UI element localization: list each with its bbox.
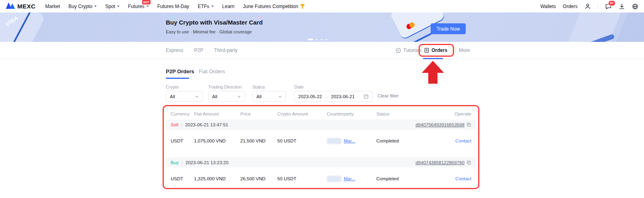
- top-navbar: MEXC Market Buy Crypto Spot Futures HOT …: [0, 0, 644, 12]
- red-annotation-arrow: [422, 61, 444, 84]
- page: MEXC Market Buy Crypto Spot Futures HOT …: [0, 0, 644, 198]
- nav-item-futures[interactable]: Futures HOT: [128, 4, 149, 9]
- order-meta-bar: Buy | 2023-06-21 13:23:20 d9407438581228…: [166, 157, 476, 167]
- tab-more[interactable]: More: [459, 42, 470, 59]
- carousel-dots[interactable]: [308, 39, 328, 40]
- order-row: USDT 1,075,000 VND 21,500 VND 50 USDT Ma…: [166, 130, 476, 152]
- crypto-filter-label: Crypto: [166, 85, 179, 89]
- tab-tutorials[interactable]: Tutorials: [395, 42, 422, 59]
- status-filter-label: Status: [252, 85, 265, 89]
- copy-icon[interactable]: [466, 160, 471, 165]
- user-icon: [584, 3, 591, 10]
- cell-crypto-amount: 50 USDT: [277, 138, 327, 143]
- date-range-picker[interactable]: 2023-05-22 – 2023-06-21: [294, 91, 373, 102]
- nav-item-spot[interactable]: Spot: [105, 4, 120, 9]
- nav-item-june-futures-competition[interactable]: June Futures Competition: [243, 4, 305, 9]
- promo-banner: VISA Buy Crypto with Visa/Master Card Ea…: [0, 12, 644, 42]
- play-circle-icon: [395, 47, 401, 54]
- trading-direction-filter-select[interactable]: All: [208, 91, 245, 102]
- meta-separator: |: [182, 160, 183, 165]
- order-datetime: 2023-06-21 13:47:51: [185, 122, 228, 127]
- carousel-dot[interactable]: [315, 39, 318, 40]
- trophy-icon: [300, 4, 305, 9]
- mexc-logo-icon: [6, 2, 15, 10]
- counterparty-avatar-blurred: [327, 138, 341, 144]
- tab-fiat-orders[interactable]: Fiat Orders: [199, 68, 225, 74]
- mexc-logo[interactable]: MEXC: [6, 2, 35, 10]
- download-app-button[interactable]: [619, 3, 625, 10]
- tab-orders[interactable]: Orders: [424, 42, 447, 59]
- order-id-link[interactable]: d940743858122869760: [415, 160, 464, 165]
- carousel-dot-active[interactable]: [308, 39, 313, 40]
- nav-item-learn[interactable]: Learn: [222, 4, 235, 9]
- status-filter-select[interactable]: All: [252, 91, 286, 102]
- banner-title: Buy Crypto with Visa/Master Card: [166, 19, 263, 26]
- col-crypto-amount: Crypto Amount: [277, 111, 327, 116]
- tab-third-party[interactable]: Third-party: [214, 47, 237, 53]
- cell-status: Completed: [376, 176, 446, 181]
- navbar-divider: [598, 4, 598, 9]
- col-counterparty: Counterparty: [327, 111, 376, 116]
- orders-document-icon: [424, 47, 429, 53]
- caret-down-icon: [117, 6, 120, 8]
- nav-item-wallets[interactable]: Wallets: [540, 4, 556, 9]
- clear-filter-link[interactable]: Clear filter: [378, 93, 398, 98]
- table-header-row: Currency Fiat Amount Price Crypto Amount…: [166, 108, 476, 120]
- cell-price: 26,500 VND: [240, 176, 277, 181]
- visa-card-graphic: VISA: [0, 12, 46, 42]
- mastercard-logo-icon: [406, 21, 416, 30]
- profile-button[interactable]: [584, 3, 591, 10]
- chevron-down-icon: [237, 95, 241, 99]
- cell-status: Completed: [376, 138, 446, 143]
- counterparty-link[interactable]: Mar...: [344, 138, 355, 143]
- tab-p2p-orders[interactable]: P2P Orders: [166, 68, 194, 74]
- banner-subtitle: Easy to use · Minimal fee · Global cover…: [166, 29, 263, 34]
- date-range-separator: –: [325, 94, 328, 99]
- nav-item-market[interactable]: Market: [45, 4, 60, 9]
- col-operate: Operate: [446, 111, 471, 116]
- order-id-link[interactable]: d940756493916653568: [415, 122, 464, 127]
- nav-item-buy-crypto[interactable]: Buy Crypto: [68, 4, 97, 9]
- order-group-sell: Sell | 2023-06-21 13:47:51 d940756493916…: [166, 120, 476, 152]
- active-tab-underline: [423, 58, 443, 59]
- banner-text: Buy Crypto with Visa/Master Card Easy to…: [166, 19, 263, 34]
- copy-icon[interactable]: [466, 122, 471, 127]
- order-datetime: 2023-06-21 13:23:20: [186, 160, 229, 165]
- col-status: Status: [376, 111, 446, 116]
- mexc-logo-text: MEXC: [17, 3, 35, 10]
- date-from-value[interactable]: 2023-05-22: [298, 94, 322, 99]
- nav-item-etfs[interactable]: ETFs: [198, 4, 214, 9]
- counterparty-link[interactable]: Mar...: [344, 176, 355, 181]
- caret-down-icon: [94, 6, 97, 8]
- crypto-filter-select[interactable]: All: [166, 91, 203, 102]
- chevron-down-icon: [278, 95, 282, 99]
- carousel-dot[interactable]: [325, 39, 328, 40]
- nav-item-futures-mday[interactable]: Futures M-Day: [157, 4, 189, 9]
- cell-fiat-amount: 1,325,000 VND: [194, 176, 240, 181]
- tabbar-divider: [455, 47, 456, 54]
- support-chat-button[interactable]: 9+: [605, 3, 612, 10]
- date-filter-label: Date: [294, 85, 303, 89]
- contact-link[interactable]: Contact: [455, 176, 471, 181]
- carousel-dot[interactable]: [320, 39, 323, 40]
- tab-express[interactable]: Express: [166, 47, 183, 53]
- navbar-right: Wallets Orders 9+: [540, 3, 638, 10]
- cell-counterparty: Mar...: [327, 138, 376, 144]
- contact-link[interactable]: Contact: [455, 138, 471, 143]
- calendar-icon: [363, 94, 369, 99]
- col-price: Price: [240, 111, 277, 116]
- col-currency: Currency: [171, 111, 194, 116]
- order-group-buy: Buy | 2023-06-21 13:23:20 d9407438581228…: [166, 157, 476, 190]
- buy-crypto-tabbar: Express P2P Third-party Tutorials Orders…: [0, 42, 644, 59]
- tab-p2p[interactable]: P2P: [194, 47, 203, 53]
- order-side-badge: Sell: [171, 122, 178, 127]
- language-button[interactable]: [632, 3, 638, 10]
- globe-icon: [632, 3, 638, 10]
- col-fiat-amount: Fiat Amount: [194, 111, 240, 116]
- trade-now-button[interactable]: Trade Now: [431, 23, 466, 34]
- cell-currency: USDT: [171, 138, 194, 143]
- date-to-value[interactable]: 2023-06-21: [331, 94, 355, 99]
- visa-logo-text: VISA: [4, 14, 19, 28]
- chat-notification-badge: 9+: [608, 0, 615, 6]
- nav-item-orders[interactable]: Orders: [563, 4, 578, 9]
